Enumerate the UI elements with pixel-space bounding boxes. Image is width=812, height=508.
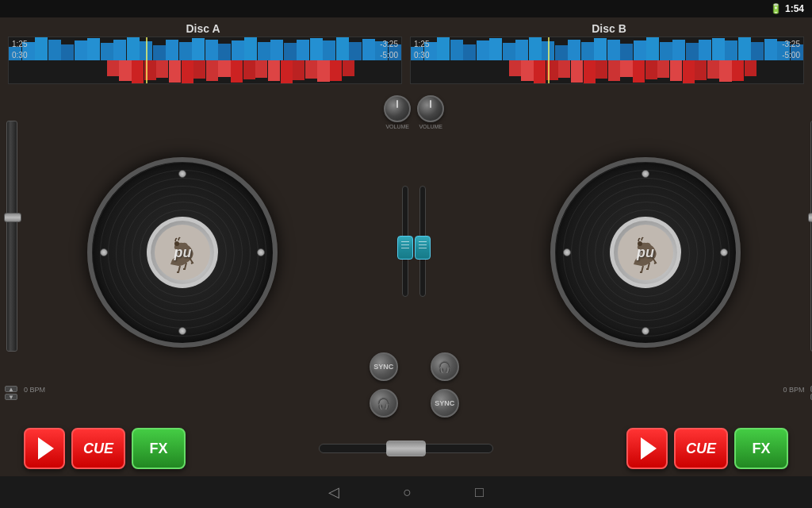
bpm-a-down[interactable]: ▼ <box>5 394 17 400</box>
volume-knob-a-label: VOLUME <box>385 124 409 129</box>
cue-a-label: CUE <box>83 441 113 457</box>
waveform-b-times-right: -3:25 -5:00 <box>782 39 800 61</box>
turntable-b-dot-bottom <box>642 327 649 335</box>
waveform-b-times-left: 1:25 0:30 <box>414 39 429 61</box>
main-row: 0 BPM ▲ ▼ <box>0 84 812 421</box>
turntable-a-panel: 0 BPM ▲ ▼ <box>0 87 366 418</box>
side-fader-b-handle[interactable] <box>808 213 812 222</box>
cue-b-label: CUE <box>686 441 716 457</box>
fx-a-button[interactable]: FX <box>132 428 186 469</box>
volume-knob-b-group: VOLUME <box>417 95 444 129</box>
fader-line <box>401 248 409 248</box>
crossfader-handle[interactable] <box>386 441 426 456</box>
turntable-b[interactable]: pu <box>550 157 741 348</box>
status-bar: 🔋 1:54 <box>0 0 812 17</box>
cue-b-button[interactable]: CUE <box>674 428 728 469</box>
fader-line <box>419 248 427 248</box>
crossfader-area <box>186 444 626 453</box>
bpm-a-label: 0 BPM <box>24 386 45 394</box>
fader-track-b[interactable] <box>419 186 426 297</box>
fader-line <box>401 241 409 242</box>
fader-handle-b[interactable] <box>415 236 431 260</box>
play-a-icon <box>38 437 54 460</box>
disc-b-title: Disc B <box>427 22 792 35</box>
volume-knob-a-group: VOLUME <box>384 95 411 129</box>
headphone-a-button[interactable]: 🎧 <box>431 352 459 381</box>
turntable-a-dot-bottom <box>178 327 186 335</box>
cue-a-button[interactable]: CUE <box>71 428 125 469</box>
volume-knobs-row: VOLUME VOLUME <box>384 95 444 129</box>
fx-b-button[interactable]: FX <box>734 428 788 469</box>
waveform-a-times-right: -3:25 -5:00 <box>380 39 398 61</box>
nav-home-button[interactable]: ○ <box>403 484 412 501</box>
turntable-a-dot-right <box>257 248 265 256</box>
record-logo-b: pu <box>637 244 654 261</box>
volume-knob-b-label: VOLUME <box>419 124 442 129</box>
battery-icon: 🔋 <box>770 3 782 14</box>
bpm-b-label: 0 BPM <box>783 386 804 394</box>
disc-titles-row: Disc A Disc B <box>0 17 812 37</box>
turntable-a-dot-top <box>178 170 186 178</box>
turntable-b-panel: 0 BPM ▲ ▼ <box>463 87 812 418</box>
side-fader-a-handle[interactable] <box>4 213 21 222</box>
waveform-b[interactable]: 1:25 0:30 -3:25 -5:00 <box>410 37 804 84</box>
fader-line <box>419 244 427 245</box>
dj-container: Disc A Disc B 1:25 0:30 <box>0 17 812 476</box>
fader-lines-a <box>400 241 410 254</box>
play-b-icon <box>641 437 657 460</box>
nav-back-button[interactable]: ◁ <box>328 483 339 501</box>
bpm-a-up[interactable]: ▲ <box>5 386 17 392</box>
waveform-b-visual <box>411 37 803 83</box>
fader-line <box>419 241 427 242</box>
fader-handle-a[interactable] <box>397 236 413 260</box>
disc-a-title: Disc A <box>21 22 386 35</box>
record-label-b: pu <box>610 217 681 288</box>
turntable-b-dot-right <box>720 248 728 256</box>
nav-recent-button[interactable]: □ <box>475 484 484 501</box>
turntable-a[interactable]: pu <box>87 157 278 348</box>
sync-b-button[interactable]: SYNC <box>431 389 459 418</box>
waveform-a-times-left: 1:25 0:30 <box>12 39 27 61</box>
bpm-a-arrows[interactable]: ▲ ▼ <box>5 386 17 400</box>
control-group-left: CUE FX <box>24 428 186 469</box>
center-faders <box>402 137 426 344</box>
control-group-right: CUE FX <box>626 428 788 469</box>
fader-track-a[interactable] <box>402 186 408 297</box>
waveform-a-visual <box>9 37 401 83</box>
play-a-button[interactable] <box>24 428 65 469</box>
headphone-b-button[interactable]: 🎧 <box>370 389 398 418</box>
volume-knob-a[interactable] <box>384 95 411 122</box>
status-time: 1:54 <box>785 3 804 14</box>
turntable-a-dot-left <box>100 248 108 256</box>
sync-row-b: 🎧 SYNC <box>366 389 463 418</box>
nav-bar: ◁ ○ □ <box>0 476 812 508</box>
record-logo-a: pu <box>174 244 191 261</box>
volume-knob-b[interactable] <box>417 95 444 122</box>
side-fader-a[interactable] <box>6 121 17 352</box>
record-label-a: pu <box>147 217 218 288</box>
play-b-button[interactable] <box>626 428 668 469</box>
fader-line <box>401 244 409 245</box>
fx-a-label: FX <box>149 441 167 457</box>
bottom-controls: CUE FX CUE FX <box>0 421 812 476</box>
fader-lines-b <box>418 241 427 254</box>
waveform-a[interactable]: 1:25 0:30 -3:25 -5:00 <box>8 37 402 84</box>
sync-row: SYNC 🎧 <box>366 352 463 381</box>
mixer-column: VOLUME VOLUME <box>366 87 463 418</box>
sync-a-button[interactable]: SYNC <box>370 352 398 381</box>
turntable-b-dot-top <box>642 170 649 178</box>
turntable-b-dot-left <box>563 248 571 256</box>
fx-b-label: FX <box>752 441 770 457</box>
waveforms-row: 1:25 0:30 -3:25 -5:00 1:25 0:30 <box>0 37 812 84</box>
crossfader-track[interactable] <box>319 444 493 453</box>
